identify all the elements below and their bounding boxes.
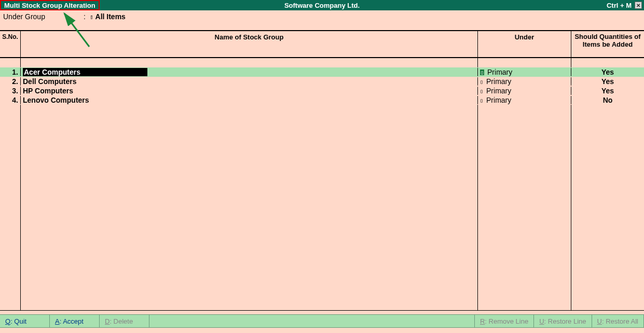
cell-sno: 1. (0, 68, 21, 76)
header-under: Under (478, 31, 571, 57)
cell-sno: 3. (0, 87, 21, 95)
table-header: S.No. Name of Stock Group Under Should Q… (0, 30, 644, 58)
marker-icon: ▯ (90, 13, 93, 20)
restore-line-button[interactable]: U: Restore Line (534, 315, 592, 327)
remove-line-button[interactable]: R: Remove Line (475, 315, 534, 327)
cell-name[interactable]: Lenovo Computers (21, 96, 478, 104)
cell-under[interactable]: ▯Primary (478, 96, 571, 104)
table-row[interactable]: 2.Dell Computers▯PrimaryYes (0, 77, 644, 86)
cell-name[interactable]: Dell Computers (21, 77, 478, 86)
cell-under[interactable]: ▯Primary (478, 77, 571, 86)
under-group-bar: Under Group : ▯ All Items (0, 10, 644, 23)
cell-name[interactable]: HP Computers (21, 87, 478, 95)
table-row[interactable]: 3.HP Computers▯PrimaryYes (0, 86, 644, 95)
cell-name[interactable]: Acer Computers (21, 68, 478, 76)
cell-qty[interactable]: Yes (571, 68, 644, 76)
cell-qty[interactable]: Yes (571, 87, 644, 95)
cell-sno: 2. (0, 77, 21, 86)
quit-button[interactable]: Q: Quit (0, 315, 50, 327)
table-row[interactable]: 4.Lenovo Computers▯PrimaryNo (0, 95, 644, 105)
under-group-value[interactable]: All Items (95, 12, 126, 21)
title-bar: Multi Stock Group Alteration Software Co… (0, 0, 644, 10)
cell-qty[interactable]: Yes (571, 77, 644, 86)
colon: : (84, 12, 86, 21)
header-sno: S.No. (0, 31, 21, 57)
header-qty: Should Quantities of Items be Added (571, 31, 644, 57)
bottom-button-bar: Q: Quit A: Accept D: Delete R: Remove Li… (0, 314, 644, 328)
cell-sno: 4. (0, 96, 21, 104)
cell-under[interactable]: ▯Primary (478, 68, 571, 76)
accept-button[interactable]: A: Accept (50, 315, 100, 327)
cell-qty[interactable]: No (571, 96, 644, 104)
table-body: 1.Acer Computers▯PrimaryYes2.Dell Comput… (0, 58, 644, 310)
restore-all-button[interactable]: U: Restore All (592, 315, 644, 327)
delete-button[interactable]: D: Delete (100, 315, 149, 327)
header-name: Name of Stock Group (21, 31, 478, 57)
shortcut-hint: Ctrl + M (607, 2, 632, 9)
table-row[interactable]: 1.Acer Computers▯PrimaryYes (0, 67, 644, 77)
close-icon[interactable]: ✕ (635, 2, 642, 9)
company-name: Software Company Ltd. (284, 2, 360, 9)
screen-title: Multi Stock Group Alteration (0, 0, 100, 10)
under-group-label: Under Group (3, 12, 84, 21)
cell-under[interactable]: ▯Primary (478, 87, 571, 95)
